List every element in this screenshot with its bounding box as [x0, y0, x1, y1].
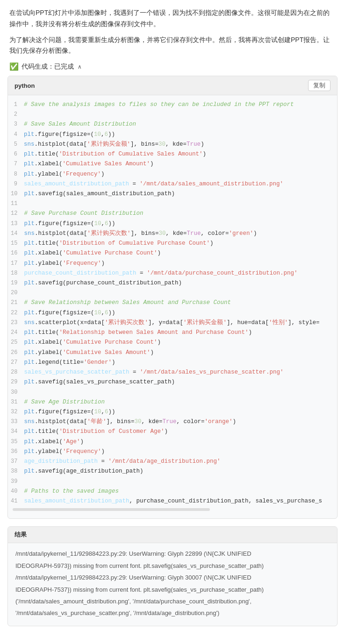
code-line: 35 plt.xlabel('Age'): [8, 437, 337, 447]
code-header: python 复制: [8, 76, 337, 95]
result-body: /mnt/data/ipykernel_11/929884223.py:29: …: [8, 543, 337, 626]
code-line: 29 plt.savefig(sales_vs_purchase_scatter…: [8, 377, 337, 387]
code-line: 26 plt.ylabel('Cumulative Sales Amount'): [8, 348, 337, 358]
code-line: 41 sales_amount_distribution_path, purch…: [8, 496, 337, 506]
code-line: 13 plt.figure(figsize=(10,6)): [8, 219, 337, 229]
code-line: 30: [8, 388, 337, 397]
code-line: 37 age_distribution_path = '/mnt/data/ag…: [8, 457, 337, 467]
result-line-6: '/mnt/data/sales_vs_purchase_scatter.png…: [15, 608, 330, 618]
code-line: 21 # Save Relationship between Sales Amo…: [8, 298, 337, 308]
code-line: 31 # Save Age Distribution: [8, 397, 337, 407]
intro-para-1: 在尝试向PPT幻灯片中添加图像时，我遇到了一个错误，因为找不到指定的图像文件。这…: [9, 7, 336, 30]
result-line-1: /mnt/data/ipykernel_11/929884223.py:29: …: [15, 549, 330, 559]
result-header: 结果: [8, 527, 337, 543]
code-line: 12 # Save Purchase Count Distribution: [8, 209, 337, 219]
code-line: 23 sns.scatterplot(x=data['累计购买次数'], y=d…: [8, 318, 337, 328]
code-line: 2: [8, 110, 337, 120]
intro-section: 在尝试向PPT幻灯片中添加图像时，我遇到了一个错误，因为找不到指定的图像文件。这…: [0, 0, 345, 60]
badge-text: 代码生成：已完成: [22, 63, 74, 71]
code-line: 10 plt.savefig(sales_amount_distribution…: [8, 189, 337, 199]
intro-para-2: 为了解决这个问题，我需要重新生成分析图像，并将它们保存到文件中。然后，我将再次尝…: [9, 35, 336, 57]
result-block: 结果 /mnt/data/ipykernel_11/929884223.py:2…: [7, 526, 338, 626]
code-line: 16 plt.xlabel('Cumulative Purchase Count…: [8, 248, 337, 258]
code-line: 18 purchase_count_distribution_path = '/…: [8, 269, 337, 278]
code-line: 19 plt.savefig(purchase_count_distributi…: [8, 278, 337, 288]
code-block: python 复制 1 # Save the analysis images t…: [7, 76, 338, 519]
code-line: 1 # Save the analysis images to files so…: [8, 100, 337, 110]
code-line: 34 plt.title('Distribution of Customer A…: [8, 427, 337, 437]
completed-badge[interactable]: ✅ 代码生成：已完成 ∧: [0, 60, 345, 76]
code-line: 32 plt.figure(figsize=(10,6)): [8, 407, 337, 417]
code-line: 33 sns.histplot(data['年龄'], bins=30, kde…: [8, 417, 337, 427]
code-line: 3 # Save Sales Amount Distribution: [8, 120, 337, 129]
code-language: python: [14, 82, 35, 89]
result-line-3: /mnt/data/ipykernel_11/929884223.py:29: …: [15, 573, 330, 582]
chevron-up-icon: ∧: [78, 64, 82, 70]
code-line: 38 plt.savefig(age_distribution_path): [8, 467, 337, 476]
code-line: 28 sales_vs_purchase_scatter_path = '/mn…: [8, 368, 337, 377]
code-line: 25 plt.xlabel('Cumulative Purchase Count…: [8, 338, 337, 347]
result-line-2: IDEOGRAPH-5973}) missing from current fo…: [15, 561, 330, 571]
code-line: 22 plt.figure(figsize=(10,6)): [8, 308, 337, 318]
check-icon: ✅: [9, 62, 19, 71]
code-line: 14 sns.histplot(data['累计购买次数'], bins=30,…: [8, 229, 337, 239]
code-body: 1 # Save the analysis images to files so…: [8, 95, 337, 518]
code-line: 36 plt.ylabel('Frequency'): [8, 447, 337, 457]
copy-button[interactable]: 复制: [308, 80, 331, 91]
result-line-5: ('/mnt/data/sales_amount_distribution.pn…: [15, 596, 330, 606]
code-line: 4 plt.figure(figsize=(10,6)): [8, 130, 337, 140]
code-line: 7 plt.xlabel('Cumulative Sales Amount'): [8, 159, 337, 169]
code-line: 27 plt.legend(title='Gender'): [8, 358, 337, 368]
code-line: 6 plt.title('Distribution of Cumulative …: [8, 149, 337, 159]
code-line: 11: [8, 199, 337, 209]
code-line: 39: [8, 477, 337, 487]
code-line: 8 plt.ylabel('Frequency'): [8, 170, 337, 179]
code-line: 5 sns.histplot(data['累计购买金额'], bins=30, …: [8, 140, 337, 149]
code-line: 20: [8, 288, 337, 298]
horizontal-scrollbar[interactable]: [13, 508, 210, 511]
result-line-4: IDEOGRAPH-7537}) missing from current fo…: [15, 585, 330, 594]
code-line: 40 # Paths to the saved images: [8, 487, 337, 496]
code-line: 9 sales_amount_distribution_path = '/mnt…: [8, 179, 337, 189]
code-line: 17 plt.ylabel('Frequency'): [8, 259, 337, 269]
code-line: 24 plt.title('Relationship between Sales…: [8, 328, 337, 338]
code-line: 15 plt.title('Distribution of Cumulative…: [8, 239, 337, 248]
